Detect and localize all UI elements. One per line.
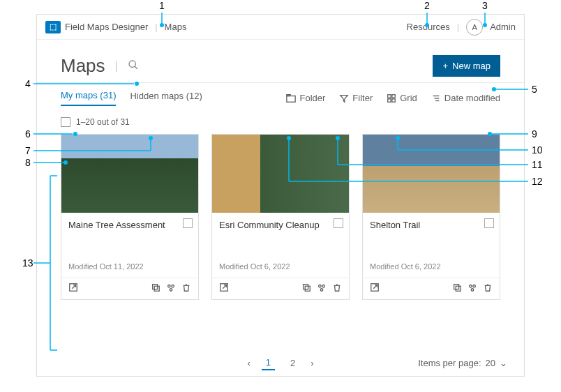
cards-grid: Maine Tree Assessment Modified Oct 11, 2…: [37, 134, 524, 300]
svg-point-27: [471, 289, 474, 292]
callout-3: 3: [482, 0, 488, 11]
callout-4: 4: [25, 78, 31, 89]
nav-maps[interactable]: Maps: [165, 22, 187, 32]
svg-point-14: [172, 285, 174, 288]
share-icon[interactable]: [166, 282, 176, 295]
svg-rect-3: [388, 94, 391, 97]
copy-icon[interactable]: [301, 282, 311, 295]
callout-2: 2: [424, 0, 430, 11]
filter-icon: [339, 93, 349, 103]
copy-icon[interactable]: [151, 282, 160, 295]
svg-rect-11: [153, 285, 158, 289]
svg-point-0: [129, 61, 135, 67]
callout-5: 5: [532, 84, 537, 95]
card-actions: [212, 278, 349, 299]
copy-icon[interactable]: [452, 282, 462, 295]
app-header: ⬚ Field Maps Designer | Maps Resources |…: [37, 15, 524, 40]
callout-7: 7: [25, 145, 31, 156]
share-icon[interactable]: [468, 282, 477, 295]
svg-rect-12: [154, 286, 159, 291]
callout-8: 8: [25, 157, 31, 168]
page-number[interactable]: 2: [286, 356, 299, 370]
search-icon[interactable]: [128, 59, 139, 73]
app-name: Field Maps Designer: [65, 22, 148, 32]
app-logo[interactable]: ⬚ Field Maps Designer: [45, 21, 148, 33]
svg-rect-2: [287, 96, 295, 102]
card-title: Maine Tree Assessment: [68, 220, 191, 230]
grid-button[interactable]: Grid: [387, 93, 417, 103]
divider: |: [115, 60, 118, 73]
sort-icon: [431, 93, 441, 103]
card-modified: Modified Oct 6, 2022: [370, 262, 493, 271]
folder-button[interactable]: Folder: [286, 93, 325, 103]
page-title: Maps: [61, 55, 105, 77]
card-modified: Modified Oct 11, 2022: [68, 262, 191, 271]
admin-label[interactable]: Admin: [490, 22, 516, 32]
callout-13: 13: [22, 257, 33, 269]
callout-10: 10: [532, 144, 543, 156]
card-thumbnail: [363, 135, 500, 213]
svg-rect-4: [392, 94, 395, 97]
card-actions: [61, 278, 198, 299]
filter-button[interactable]: Filter: [339, 93, 373, 103]
card-checkbox[interactable]: [484, 218, 494, 228]
callout-11: 11: [532, 159, 543, 170]
svg-point-13: [168, 285, 171, 288]
divider: |: [457, 22, 459, 32]
card-thumbnail: [61, 135, 198, 213]
next-page-icon[interactable]: ›: [311, 358, 313, 368]
map-card[interactable]: Esri Community Cleanup Modified Oct 6, 2…: [211, 134, 350, 300]
svg-rect-23: [454, 285, 459, 289]
open-icon[interactable]: [219, 282, 229, 295]
open-icon[interactable]: [68, 282, 78, 295]
svg-point-20: [322, 285, 325, 288]
pagination: ‹ 1 2 › Items per page: 20 ⌄: [37, 356, 524, 370]
callout-9: 9: [532, 128, 537, 140]
divider: |: [155, 22, 157, 32]
card-modified: Modified Oct 6, 2022: [219, 262, 342, 271]
callout-6: 6: [25, 128, 31, 140]
page-number[interactable]: 1: [262, 356, 275, 370]
select-all-checkbox[interactable]: [61, 117, 70, 127]
new-map-button[interactable]: + New map: [433, 55, 500, 77]
sort-button[interactable]: Date modified: [431, 93, 500, 103]
toolbar: My maps (31) Hidden maps (12) Folder Fil…: [37, 83, 524, 113]
tab-my-maps[interactable]: My maps (31): [61, 90, 116, 106]
avatar[interactable]: A: [466, 19, 483, 36]
count-row: 1–20 out of 31: [37, 113, 524, 134]
title-row: Maps | + New map: [37, 40, 524, 83]
svg-point-19: [319, 285, 322, 288]
logo-icon: ⬚: [45, 21, 61, 33]
delete-icon[interactable]: [483, 282, 493, 295]
folder-icon: [286, 93, 296, 103]
map-card[interactable]: Shelton Trail Modified Oct 6, 2022: [362, 134, 500, 300]
svg-point-21: [320, 289, 323, 292]
share-icon[interactable]: [317, 282, 327, 295]
open-icon[interactable]: [370, 282, 380, 295]
delete-icon[interactable]: [332, 282, 342, 295]
chevron-down-icon: ⌄: [500, 358, 507, 368]
delete-icon[interactable]: [181, 282, 191, 295]
tab-hidden-maps[interactable]: Hidden maps (12): [130, 91, 202, 105]
plus-icon: +: [442, 61, 448, 71]
callout-12: 12: [532, 176, 543, 187]
svg-rect-18: [305, 286, 310, 291]
card-thumbnail: [212, 135, 349, 213]
svg-point-25: [470, 285, 472, 288]
card-checkbox[interactable]: [183, 218, 193, 228]
grid-icon: [387, 93, 396, 103]
map-card[interactable]: Maine Tree Assessment Modified Oct 11, 2…: [61, 134, 199, 300]
items-per-page[interactable]: Items per page: 20 ⌄: [418, 358, 507, 368]
svg-line-1: [135, 66, 137, 69]
nav-resources[interactable]: Resources: [407, 22, 450, 32]
svg-rect-17: [304, 285, 308, 289]
card-checkbox[interactable]: [334, 218, 343, 228]
svg-rect-5: [388, 98, 391, 101]
prev-page-icon[interactable]: ‹: [247, 358, 250, 368]
svg-rect-6: [392, 98, 395, 101]
svg-point-26: [473, 285, 476, 288]
svg-rect-24: [456, 286, 461, 291]
app-window: ⬚ Field Maps Designer | Maps Resources |…: [36, 14, 525, 377]
callout-1: 1: [159, 0, 165, 11]
svg-point-15: [170, 289, 172, 292]
